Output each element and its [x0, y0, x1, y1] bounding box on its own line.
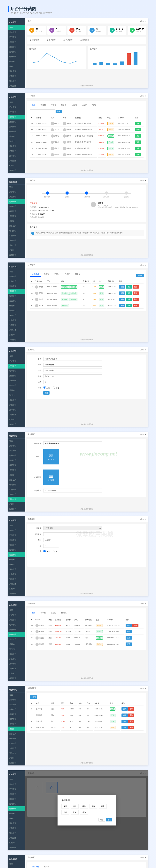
sidebar-item[interactable]: 师傅管理 — [8, 120, 25, 124]
tab[interactable]: 待服务 — [49, 103, 58, 107]
sidebar-item[interactable]: 评论管理 — [8, 482, 25, 487]
sidebar-item[interactable]: 权限管理 — [8, 676, 25, 681]
user-menu[interactable]: admin ▾ — [139, 349, 146, 351]
sidebar-item[interactable]: 首页 — [8, 523, 25, 528]
sidebar-item[interactable]: 订单管理 — [8, 538, 25, 543]
modal-option[interactable]: 搬家 — [89, 804, 97, 809]
sidebar-item[interactable]: 提现管理 — [8, 209, 25, 214]
sidebar-item[interactable]: 文章管理 — [8, 831, 25, 836]
action-button[interactable]: 拒绝 — [132, 624, 138, 627]
sidebar-item[interactable]: 系统设置 — [8, 666, 25, 671]
sidebar-item-masters[interactable]: 师傅管理 — [8, 44, 25, 50]
sidebar-item[interactable]: 用户管理 — [8, 105, 25, 110]
submit-button[interactable]: 提交 — [43, 391, 50, 395]
sidebar-item[interactable]: 分类管理 — [8, 552, 25, 557]
tab[interactable]: 服务中 — [59, 103, 69, 107]
action-button[interactable]: 查看 — [126, 636, 132, 640]
sidebar-item-users[interactable]: 用户管理 — [8, 30, 25, 35]
sidebar-item[interactable]: 广告管理 — [8, 403, 25, 407]
sidebar-item[interactable]: 财务统计 — [8, 139, 25, 144]
sidebar-item[interactable]: 分类管理 — [8, 722, 25, 726]
sidebar-item[interactable]: 师傅管理 — [8, 373, 25, 378]
sidebar-item[interactable]: 首页 — [8, 439, 25, 443]
sidebar-item-ads[interactable]: 广告管理 — [8, 74, 25, 79]
sidebar-item[interactable]: 提现管理 — [8, 548, 25, 552]
sidebar-item[interactable]: 财务统计 — [8, 562, 25, 567]
sidebar-item[interactable]: 订单管理 — [8, 284, 25, 289]
action-button[interactable]: 编辑 — [122, 714, 128, 717]
tab[interactable]: 全部 — [30, 103, 38, 107]
action-button[interactable]: 查看 — [126, 304, 132, 307]
sidebar-item[interactable]: 产品管理 — [8, 618, 25, 622]
sidebar-item[interactable]: 用户管理 — [8, 613, 25, 618]
sidebar-item[interactable]: 用户管理 — [8, 274, 25, 279]
sidebar-item[interactable]: 优惠券 — [8, 473, 25, 477]
tab-alipay[interactable]: 支付宝 — [42, 865, 52, 868]
sidebar-item[interactable]: 权限管理 — [8, 337, 25, 342]
sidebar-item[interactable]: 幻灯片 — [8, 163, 25, 168]
sidebar-item-products[interactable]: 产品管理 — [8, 35, 25, 40]
sidebar-item[interactable]: 文章管理 — [8, 323, 25, 328]
sidebar-item[interactable]: 评论管理 — [8, 144, 25, 149]
modal-option[interactable]: 清洗 — [71, 804, 79, 809]
sidebar-item[interactable]: 幻灯片 — [8, 586, 25, 591]
sidebar-item[interactable]: 用户管理 — [8, 782, 25, 787]
sidebar-item[interactable]: 评论管理 — [8, 736, 25, 741]
sidebar-item[interactable]: 幻灯片 — [8, 248, 25, 253]
user-menu[interactable]: admin ▾ — [139, 264, 146, 266]
search-input[interactable] — [30, 110, 55, 113]
sidebar-item[interactable]: 提现管理 — [8, 802, 25, 806]
sidebar-item[interactable]: 首页 — [8, 269, 25, 274]
action-button[interactable]: 编辑 — [119, 304, 125, 307]
sidebar-item[interactable]: 订单管理 — [8, 199, 25, 204]
action-button[interactable]: 删除 — [128, 726, 134, 729]
add-button[interactable]: + 添加 — [136, 274, 144, 277]
sidebar-item[interactable]: 文章管理 — [8, 577, 25, 582]
form-input[interactable] — [43, 369, 102, 372]
sidebar-item[interactable]: 分类管理 — [8, 299, 25, 303]
action-button[interactable]: 查看 — [126, 630, 132, 633]
sidebar-item-orders[interactable]: 订单管理 — [8, 40, 25, 44]
action-button[interactable]: 删除 — [128, 714, 134, 717]
add-coupon-button[interactable]: + 新增 — [30, 695, 37, 699]
action-button[interactable]: 删除 — [133, 304, 139, 307]
user-menu[interactable]: admin ▾ — [139, 95, 146, 97]
action-button[interactable]: 删除 — [128, 720, 134, 723]
action-button[interactable]: 编辑 — [119, 291, 125, 295]
sidebar-item[interactable]: 幻灯片 — [8, 417, 25, 422]
sidebar-item[interactable]: 评论管理 — [8, 313, 25, 318]
sidebar-item[interactable]: 师傅管理 — [8, 458, 25, 463]
sidebar-item[interactable]: 财务统计 — [8, 308, 25, 313]
sidebar-item[interactable]: 广告管理 — [8, 233, 25, 238]
sidebar-item[interactable]: 优惠券 — [8, 219, 25, 223]
sidebar-item[interactable]: 财务统计 — [8, 393, 25, 398]
sidebar-item[interactable]: 用户管理 — [8, 189, 25, 194]
user-menu[interactable]: admin ▾ — [139, 180, 146, 182]
sidebar-item[interactable]: 分类管理 — [8, 806, 25, 811]
sidebar-item[interactable]: 产品管理 — [8, 279, 25, 284]
sidebar-item[interactable]: 广告管理 — [8, 149, 25, 154]
sidebar-item-comments[interactable]: 评论管理 — [8, 69, 25, 74]
sidebar-item[interactable]: 广告管理 — [8, 656, 25, 661]
sidebar-item-withdraw[interactable]: 提现管理 — [8, 50, 25, 54]
tab[interactable]: 已拒绝 — [59, 611, 69, 615]
sidebar-item[interactable]: 文章管理 — [8, 661, 25, 666]
view-button[interactable]: 查看 — [135, 128, 141, 131]
tab[interactable]: 待审核 — [38, 611, 48, 615]
sidebar-item[interactable]: 优惠券 — [8, 642, 25, 647]
sidebar-item[interactable]: 幻灯片 — [8, 502, 25, 507]
platform-name-input[interactable] — [43, 441, 102, 445]
sidebar-item[interactable]: 权限管理 — [8, 845, 25, 850]
sidebar-item[interactable]: 幻灯片 — [8, 840, 25, 845]
form-input[interactable] — [43, 380, 102, 384]
sidebar-item[interactable]: 系统设置 — [8, 328, 25, 333]
sidebar-item[interactable]: 产品管理 — [8, 702, 25, 707]
sidebar-item[interactable]: 财务统计 — [8, 732, 25, 736]
action-button[interactable]: 查看 — [126, 298, 132, 301]
sidebar-item[interactable]: 系统设置 — [8, 497, 25, 502]
tab[interactable]: 已通过 — [49, 611, 58, 615]
sidebar-item[interactable]: 分类管理 — [8, 129, 25, 134]
sidebar-item[interactable]: 订单管理 — [8, 622, 25, 627]
sidebar-item[interactable]: 文章管理 — [8, 492, 25, 497]
user-menu[interactable]: admin ▾ — [139, 20, 146, 22]
